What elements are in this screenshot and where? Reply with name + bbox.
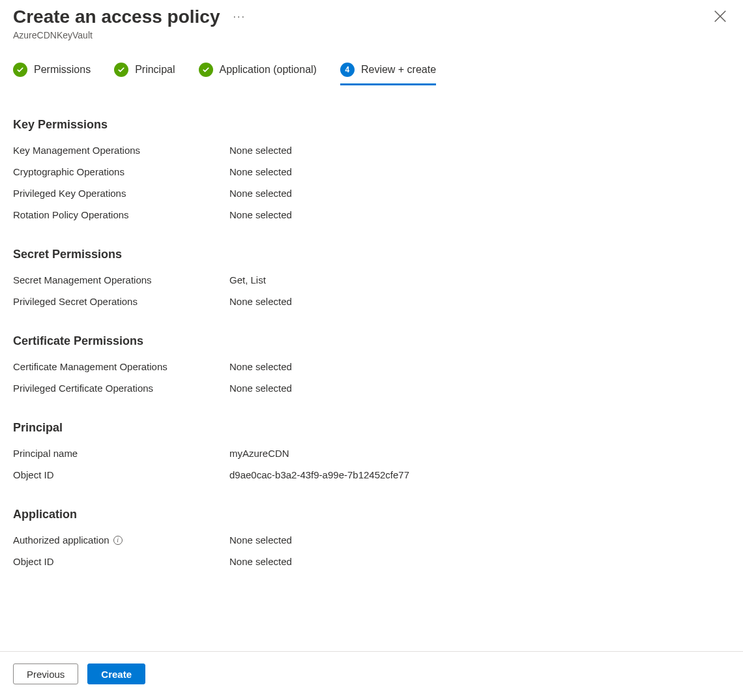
kv-label: Key Management Operations: [13, 143, 229, 157]
tab-label: Review + create: [361, 64, 436, 76]
kv-value: myAzureCDN: [229, 446, 730, 460]
kv-value: None selected: [229, 186, 730, 200]
kv-label: Privileged Secret Operations: [13, 295, 229, 308]
wizard-tabs: Permissions Principal Application (optio…: [13, 63, 730, 85]
kv-label: Secret Management Operations: [13, 273, 229, 287]
kv-row: Secret Management Operations Get, List: [13, 273, 730, 287]
kv-label-text: Authorized application: [13, 533, 109, 547]
footer-actions: Previous Create: [0, 651, 743, 700]
kv-value: None selected: [229, 555, 730, 568]
page-subtitle: AzureCDNKeyVault: [13, 30, 730, 40]
kv-row: Key Management Operations None selected: [13, 143, 730, 157]
kv-row: Authorized application i None selected: [13, 533, 730, 547]
section-title-principal: Principal: [13, 421, 730, 435]
page-title: Create an access policy: [13, 7, 220, 27]
header-row: Create an access policy ···: [13, 7, 730, 27]
tab-review-create[interactable]: 4 Review + create: [340, 63, 436, 85]
step-number-icon: 4: [340, 63, 355, 77]
kv-row: Privileged Key Operations None selected: [13, 186, 730, 200]
check-icon: [13, 63, 27, 77]
kv-row: Privileged Secret Operations None select…: [13, 295, 730, 308]
info-icon[interactable]: i: [113, 536, 123, 545]
kv-value: None selected: [229, 360, 730, 373]
kv-value: None selected: [229, 165, 730, 179]
kv-value: None selected: [229, 295, 730, 308]
kv-label: Object ID: [13, 555, 229, 568]
close-icon: [713, 9, 727, 23]
section-title-application: Application: [13, 508, 730, 521]
tab-permissions[interactable]: Permissions: [13, 63, 91, 85]
kv-label: Object ID: [13, 468, 229, 482]
kv-value: d9ae0cac-b3a2-43f9-a99e-7b12452cfe77: [229, 468, 730, 482]
tab-label: Application (optional): [220, 64, 317, 76]
kv-label: Cryptographic Operations: [13, 165, 229, 179]
kv-value: Get, List: [229, 273, 730, 287]
section-title-secret-permissions: Secret Permissions: [13, 248, 730, 261]
kv-row: Certificate Management Operations None s…: [13, 360, 730, 373]
kv-row: Cryptographic Operations None selected: [13, 165, 730, 179]
kv-label: Certificate Management Operations: [13, 360, 229, 373]
more-actions-button[interactable]: ···: [233, 12, 246, 22]
kv-label: Privileged Certificate Operations: [13, 381, 229, 395]
tab-application[interactable]: Application (optional): [199, 63, 317, 85]
kv-label: Privileged Key Operations: [13, 186, 229, 200]
tab-principal[interactable]: Principal: [114, 63, 175, 85]
create-button[interactable]: Create: [87, 664, 145, 684]
tab-label: Principal: [135, 64, 175, 76]
kv-value: None selected: [229, 143, 730, 157]
kv-label: Rotation Policy Operations: [13, 208, 229, 222]
kv-value: None selected: [229, 381, 730, 395]
create-access-policy-panel: Create an access policy ··· AzureCDNKeyV…: [0, 0, 743, 700]
section-title-key-permissions: Key Permissions: [13, 118, 730, 132]
tab-label: Permissions: [34, 64, 91, 76]
kv-row: Rotation Policy Operations None selected: [13, 208, 730, 222]
kv-label: Principal name: [13, 446, 229, 460]
kv-row: Object ID None selected: [13, 555, 730, 568]
check-icon: [199, 63, 213, 77]
check-icon: [114, 63, 128, 77]
kv-value: None selected: [229, 208, 730, 222]
kv-row: Object ID d9ae0cac-b3a2-43f9-a99e-7b1245…: [13, 468, 730, 482]
close-button[interactable]: [713, 9, 727, 23]
kv-row: Principal name myAzureCDN: [13, 446, 730, 460]
kv-value: None selected: [229, 533, 730, 547]
kv-row: Privileged Certificate Operations None s…: [13, 381, 730, 395]
kv-label: Authorized application i: [13, 533, 229, 547]
section-title-certificate-permissions: Certificate Permissions: [13, 334, 730, 348]
previous-button[interactable]: Previous: [13, 664, 78, 684]
